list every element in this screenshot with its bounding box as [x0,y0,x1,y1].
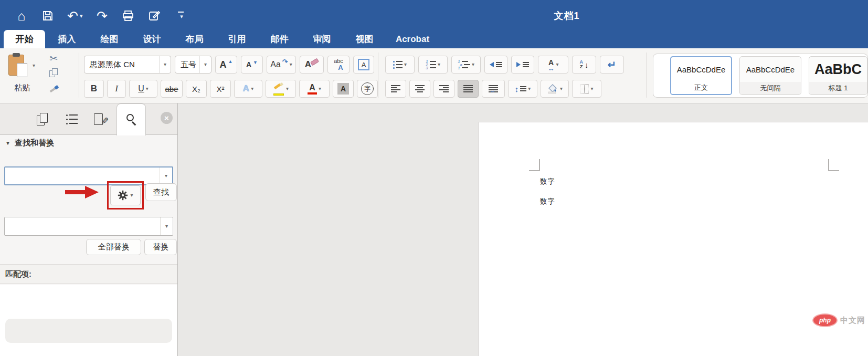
margin-mark-right [828,159,839,171]
text-effects-dropdown-icon[interactable]: ▾ [251,86,253,91]
text-direction-dropdown-icon[interactable]: ▾ [556,62,558,67]
paste-button[interactable] [8,55,24,76]
search-options-button[interactable]: ▾ [110,185,141,205]
enclose-characters-button[interactable]: 字 [357,80,378,98]
cut-button[interactable]: ✂ [49,53,58,65]
numbering-button[interactable]: 1 2 3 ▾ [418,56,448,74]
line-spacing-dropdown-icon[interactable]: ▾ [528,86,531,91]
replace-button[interactable]: 替换 [144,239,177,255]
bullets-button[interactable]: ▾ [385,56,415,74]
redo-button[interactable]: ↷ [95,7,109,24]
numbering-dropdown-icon[interactable]: ▾ [438,62,440,67]
tab-design[interactable]: 设计 [131,30,173,48]
style-card-no-spacing[interactable]: AaBbCcDdEe 无间隔 [739,56,801,95]
find-history-dropdown[interactable]: ▾ [160,167,172,184]
sidebar-close-button[interactable]: × [161,112,173,124]
decrease-indent-button[interactable] [484,56,507,74]
multilevel-list-button[interactable]: 1 a 1 ▾ [451,56,481,74]
font-color-button[interactable]: A ▾ [299,80,330,98]
print-button[interactable] [121,7,135,24]
highlight-button[interactable]: ▾ [266,80,296,98]
home-button[interactable]: ⌂ [15,7,28,24]
italic-button[interactable]: I [107,80,126,98]
tab-review[interactable]: 审阅 [301,30,343,48]
grow-font-button[interactable]: A ▲ [215,56,237,74]
font-size-dropdown-icon[interactable]: ▾ [204,62,207,67]
borders-button[interactable]: ▾ [572,80,601,98]
find-button[interactable]: 查找 [145,183,177,201]
replace-all-button[interactable]: 全部替换 [86,239,141,255]
align-right-button[interactable] [433,80,454,98]
align-left-icon [391,85,400,92]
shrink-font-button[interactable]: A ▼ [241,56,263,74]
underline-button[interactable]: U ▾ [129,80,157,98]
superscript-button[interactable]: X² [210,80,231,98]
paste-dropdown-icon[interactable]: ▾ [33,63,35,68]
text-direction-button[interactable]: A ↔ ▾ [538,56,568,74]
shading-button[interactable]: ▾ [541,80,569,98]
sidebar-tab-headings[interactable] [60,103,84,135]
tab-references[interactable]: 引用 [216,30,258,48]
sort-button[interactable]: A Z ↓ [572,56,596,74]
style-card-heading1[interactable]: AaBbC 标题 1 [809,56,867,95]
show-marks-button[interactable]: ↵ [600,56,624,74]
annotation-highlight-box: ▾ [107,181,144,210]
line-spacing-button[interactable]: ↕ ▾ [508,80,537,98]
change-case-button[interactable]: Aa ↷ ▾ [267,56,296,74]
tab-acrobat[interactable]: Acrobat [386,30,439,48]
paragraph-group-row2: ↔ ↕ ▾ ▾ ▾ [385,79,601,98]
sidebar-tab-thumbnails[interactable] [30,103,55,135]
search-options-dropdown-icon[interactable]: ▾ [130,193,133,198]
bullets-dropdown-icon[interactable]: ▾ [404,62,407,67]
document-page[interactable]: 数字 数字 [479,122,868,356]
multilevel-dropdown-icon[interactable]: ▾ [472,62,474,67]
borders-dropdown-icon[interactable]: ▾ [590,86,593,91]
paragraph-text[interactable]: 数字 [540,197,555,206]
font-size-combo[interactable]: 五号 ▾ [175,56,211,74]
undo-dropdown-icon[interactable]: ▾ [80,13,83,19]
replace-input[interactable] [5,217,160,235]
phonetic-guide-button[interactable]: abc A [327,56,350,74]
sidebar-tab-search[interactable] [117,103,146,135]
bold-button[interactable]: B [84,80,104,98]
distribute-button[interactable]: ↔ [482,80,505,98]
align-left-button[interactable] [385,80,406,98]
font-color-dropdown-icon[interactable]: ▾ [319,86,321,91]
replace-history-dropdown[interactable]: ▾ [160,217,173,235]
increase-indent-button[interactable] [511,56,534,74]
tab-insert[interactable]: 插入 [46,30,88,48]
watermark: php 中文网 [812,313,865,327]
document-title: 文档1 [535,9,598,22]
group-divider [79,53,79,98]
font-name-dropdown-icon[interactable]: ▾ [164,62,166,67]
character-border-button[interactable]: A [353,56,374,74]
tab-home[interactable]: 开始 [4,30,45,48]
save-button[interactable] [41,7,55,24]
strikethrough-button[interactable]: abe [161,80,183,98]
clear-formatting-button[interactable]: A [300,56,324,74]
character-shading-button[interactable]: A [333,80,354,98]
underline-dropdown-icon[interactable]: ▾ [146,86,149,91]
tab-draw[interactable]: 绘图 [89,30,130,48]
tab-mailings[interactable]: 邮件 [259,30,300,48]
text-effects-button[interactable]: A ▾ [234,80,262,98]
shading-dropdown-icon[interactable]: ▾ [560,86,563,91]
quick-edit-button[interactable] [147,7,161,24]
search-icon [125,114,137,125]
change-case-dropdown-icon[interactable]: ▾ [290,62,292,67]
align-center-button[interactable] [409,80,430,98]
sidebar-tab-review[interactable]: ✎ [88,103,112,135]
tab-view[interactable]: 视图 [344,30,385,48]
justify-button[interactable] [458,80,479,98]
toolbar-overflow-button[interactable]: ▾ [174,7,187,24]
find-replace-section-header[interactable]: ▼ 查找和替换 [5,138,54,148]
highlight-dropdown-icon[interactable]: ▾ [286,86,289,91]
style-card-normal[interactable]: AaBbCcDdEe 正文 [670,56,732,95]
font-name-combo[interactable]: 思源黑体 CN ▾ [84,56,171,74]
undo-button[interactable]: ↶ ▾ [67,7,82,24]
subscript-button[interactable]: X₂ [186,80,207,98]
format-painter-button[interactable] [48,83,61,97]
chevron-down-icon: ▾ [165,224,168,229]
tab-layout[interactable]: 布局 [174,30,215,48]
paragraph-text[interactable]: 数字 [540,177,555,186]
